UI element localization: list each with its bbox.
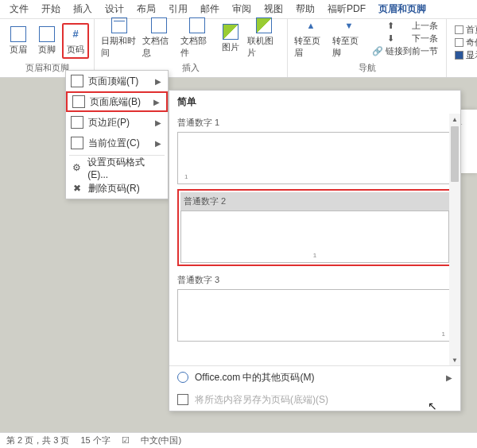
menu-remove-page[interactable]: ✖ 删除页码(R) — [66, 178, 168, 199]
footer-icon — [39, 26, 55, 42]
gallery-option-2[interactable]: 普通数字 2 1 — [177, 189, 452, 266]
gear-icon: ⚙ — [71, 161, 83, 174]
quickparts-icon — [189, 17, 205, 33]
next-section[interactable]: ⬇下一条 — [372, 33, 438, 44]
pictures-button[interactable]: 图片 — [217, 22, 244, 55]
ribbon-group-options: 首页不 奇偶页 显示文 — [447, 19, 477, 77]
status-words[interactable]: 15 个字 — [80, 434, 110, 446]
datetime-button[interactable]: 日期和时间 — [99, 16, 139, 60]
checkbox-checked-icon — [455, 51, 463, 60]
nav-mini: ⬆上一条 ⬇下一条 🔗链接到前一节 — [369, 18, 441, 59]
page-bottom-icon — [72, 95, 85, 108]
opt-oddeven[interactable]: 奇偶页 — [455, 37, 477, 48]
save-icon — [177, 394, 188, 405]
link-icon: 🔗 — [372, 46, 383, 56]
picture-icon — [223, 24, 238, 40]
menu-view[interactable]: 视图 — [258, 2, 289, 16]
docinfo-button[interactable]: 文档信息 — [141, 16, 177, 60]
chevron-right-icon: ▶ — [155, 139, 161, 148]
prev-section[interactable]: ⬆上一条 — [372, 20, 438, 32]
link-prev[interactable]: 🔗链接到前一节 — [372, 45, 438, 57]
menu-home[interactable]: 开始 — [35, 2, 67, 16]
gallery-option-1[interactable]: 普通数字 1 1 — [177, 114, 452, 184]
preview-number: 1 — [184, 173, 188, 180]
page-number-button[interactable]: # 页码 — [62, 23, 89, 59]
chevron-right-icon: ▶ — [446, 373, 452, 382]
ribbon-group-insert: 日期和时间 文档信息 文档部件 图片 联机图片 插入 — [95, 19, 288, 77]
status-page[interactable]: 第 2 页，共 3 页 — [6, 434, 69, 446]
status-proofing-icon[interactable]: ☑ — [122, 435, 130, 446]
menu-layout[interactable]: 布局 — [130, 2, 162, 16]
scroll-thumb[interactable] — [451, 126, 459, 182]
menu-page-margins[interactable]: 页边距(P)▶ — [66, 112, 168, 133]
opt-showdoc[interactable]: 显示文 — [455, 49, 477, 61]
group-label-insert: 插入 — [182, 60, 200, 75]
group-label-nav: 导航 — [359, 60, 376, 75]
chevron-right-icon: ▶ — [155, 77, 161, 86]
prev-icon: ⬆ — [372, 21, 409, 31]
calendar-icon — [111, 17, 127, 33]
online-pictures-button[interactable]: 联机图片 — [246, 16, 282, 60]
menu-format-page[interactable]: ⚙ 设置页码格式(E)... — [66, 157, 168, 178]
next-icon: ⬇ — [372, 33, 409, 44]
ribbon: 页眉 页脚 # 页码 页眉和页脚 日期和时间 文档信息 — [0, 19, 477, 78]
goto-footer-button[interactable]: ▼ 转至页脚 — [331, 16, 367, 60]
chevron-right-icon: ▶ — [153, 98, 160, 106]
page-current-icon — [71, 137, 83, 149]
preview-number: 1 — [313, 252, 316, 259]
page-number-gallery: 简单 普通数字 1 1 普通数字 2 1 普通数字 3 1 ▲ ▼ Office… — [169, 90, 461, 411]
status-lang[interactable]: 中文(中国) — [141, 434, 181, 446]
page-top-icon — [71, 75, 83, 87]
remove-icon: ✖ — [71, 182, 83, 195]
ribbon-group-headerfooter: 页眉 页脚 # 页码 页眉和页脚 — [0, 19, 95, 77]
preview-number: 1 — [442, 330, 445, 338]
opt-firstpage[interactable]: 首页不 — [455, 24, 477, 36]
footer-button[interactable]: 页脚 — [33, 25, 60, 57]
page-margins-icon — [71, 116, 83, 129]
hash-icon: # — [68, 26, 83, 42]
header-button[interactable]: 页眉 — [5, 25, 32, 57]
gallery-scrollbar[interactable]: ▲ ▼ — [449, 114, 460, 365]
checkbox-icon — [455, 25, 463, 34]
status-bar: 第 2 页，共 3 页 15 个字 ☑ 中文(中国) — [0, 432, 477, 448]
menu-design[interactable]: 设计 — [99, 2, 130, 16]
page-number-menu: 页面顶端(T)▶ 页面底端(B)▶ 页边距(P)▶ 当前位置(C)▶ ⚙ 设置页… — [65, 70, 169, 199]
scroll-track[interactable] — [449, 183, 460, 354]
up-arrow-icon: ▲ — [303, 17, 319, 33]
menu-review[interactable]: 审阅 — [226, 2, 258, 16]
globe-icon — [177, 372, 188, 383]
scroll-down-icon[interactable]: ▼ — [449, 354, 460, 365]
group-label-hf: 页眉和页脚 — [25, 60, 69, 75]
gallery-option-3[interactable]: 普通数字 3 1 — [177, 271, 452, 342]
gallery-more-office[interactable]: Office.com 中的其他页码(M)▶ — [169, 366, 460, 388]
menu-refs[interactable]: 引用 — [162, 2, 194, 16]
gallery-heading: 简单 — [169, 91, 460, 114]
online-picture-icon — [256, 17, 272, 33]
down-arrow-icon: ▼ — [341, 17, 357, 33]
checkbox-icon — [455, 38, 463, 47]
menu-page-bottom[interactable]: 页面底端(B)▶ — [66, 91, 168, 112]
menu-current-pos[interactable]: 当前位置(C)▶ — [66, 133, 168, 153]
cursor-icon: ↖ — [428, 400, 437, 412]
menu-insert[interactable]: 插入 — [67, 2, 99, 16]
menu-file[interactable]: 文件 — [3, 2, 35, 16]
menu-page-top[interactable]: 页面顶端(T)▶ — [66, 71, 168, 91]
ribbon-group-nav: ▲ 转至页眉 ▼ 转至页脚 ⬆上一条 ⬇下一条 🔗链接到前一节 导航 — [288, 19, 447, 77]
gallery-save-selection: 将所选内容另存为页码(底端)(S) — [169, 388, 460, 411]
goto-header-button[interactable]: ▲ 转至页眉 — [293, 16, 329, 60]
header-icon — [10, 26, 26, 42]
menu-header-footer[interactable]: 页眉和页脚 — [372, 2, 432, 16]
menu-help[interactable]: 帮助 — [289, 2, 321, 16]
menu-foxit[interactable]: 福昕PDF — [321, 2, 372, 16]
chevron-right-icon: ▶ — [155, 118, 161, 127]
menu-mail[interactable]: 邮件 — [194, 2, 226, 16]
quickparts-button[interactable]: 文档部件 — [179, 16, 215, 60]
docinfo-icon — [151, 17, 167, 33]
scroll-up-icon[interactable]: ▲ — [449, 114, 460, 125]
